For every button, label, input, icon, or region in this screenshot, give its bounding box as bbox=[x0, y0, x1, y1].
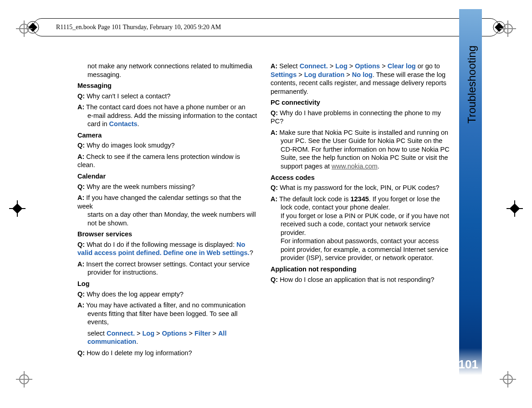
sep: > bbox=[154, 330, 162, 337]
period: . bbox=[138, 120, 139, 128]
q-text: What is my password for the lock, PIN, o… bbox=[278, 184, 440, 191]
header-rule: R1115_en.book Page 101 Thursday, Februar… bbox=[33, 18, 499, 36]
heading-camera: Camera bbox=[77, 131, 258, 140]
q-label: Q: bbox=[77, 183, 85, 190]
q-label: Q: bbox=[77, 291, 85, 298]
crop-mark-icon bbox=[16, 20, 32, 37]
ui-term: No log bbox=[352, 71, 373, 78]
question: Q: What do I do if the following message… bbox=[77, 240, 258, 257]
a-label: A: bbox=[77, 260, 84, 268]
answer: A: Make sure that Nokia PC Suite is inst… bbox=[271, 128, 451, 171]
ui-term: Connect. bbox=[300, 62, 328, 70]
q-label: Q: bbox=[271, 276, 278, 283]
heading-calendar: Calendar bbox=[77, 172, 258, 181]
q-text: How do I close an application that is no… bbox=[278, 276, 434, 283]
sep: > bbox=[344, 71, 352, 78]
ui-term: Options bbox=[355, 62, 380, 70]
q-label: Q: bbox=[77, 92, 85, 100]
sep: > bbox=[297, 71, 304, 78]
q-text: ? bbox=[250, 249, 253, 256]
a-label: A: bbox=[77, 301, 84, 309]
a-text: Check to see if the camera lens protecti… bbox=[77, 153, 240, 169]
question: Q: Why do images look smudgy? bbox=[77, 141, 258, 150]
a-text: For information about passwords, contact… bbox=[281, 237, 448, 261]
question: Q: How do I close an application that is… bbox=[271, 275, 451, 284]
crop-mark-icon bbox=[16, 371, 32, 388]
period: . bbox=[378, 163, 379, 170]
a-text: Make sure that Nokia PC Suite is install… bbox=[277, 129, 448, 136]
a-text: select bbox=[87, 330, 107, 337]
q-label: Q: bbox=[77, 349, 85, 357]
question: Q: Why do I have problems in connecting … bbox=[271, 109, 451, 126]
question: Q: Why are the week numbers missing? bbox=[77, 183, 258, 191]
a-text: Insert the correct browser settings. Con… bbox=[84, 260, 250, 268]
answer: A: The default lock code is 12345. If yo… bbox=[271, 195, 451, 262]
a-text: starts on a day other than Monday, the w… bbox=[77, 210, 258, 227]
a-text: . If you forget or lose the bbox=[369, 195, 440, 203]
ui-term: Options bbox=[162, 330, 187, 337]
q-text: Why do images look smudgy? bbox=[85, 142, 174, 149]
ui-term: Log bbox=[335, 62, 348, 70]
a-text: provider for instructions. bbox=[77, 268, 258, 277]
a-label: A: bbox=[271, 62, 277, 70]
a-label: A: bbox=[271, 195, 277, 203]
code-value: 12345 bbox=[350, 195, 368, 203]
answer-continuation: select Connect. > Log > Options > Filter… bbox=[77, 329, 258, 346]
question: Q: Why can't I select a contact? bbox=[77, 92, 258, 101]
ui-term: Contacts bbox=[109, 120, 138, 128]
heading-messaging: Messaging bbox=[77, 82, 258, 90]
answer: A: Select Connect. > Log > Options > Cle… bbox=[271, 62, 451, 96]
heading-browser: Browser services bbox=[77, 230, 258, 239]
page-number: 101 bbox=[459, 357, 478, 372]
a-label: A: bbox=[271, 129, 277, 136]
a-text: The contact card does not have a phone n… bbox=[84, 103, 246, 111]
q-label: Q: bbox=[271, 184, 278, 191]
heading-pc: PC connectivity bbox=[271, 98, 451, 107]
a-text: You may have activated a filter, and no … bbox=[84, 301, 246, 309]
a-label: A: bbox=[77, 153, 84, 160]
heading-access: Access codes bbox=[271, 173, 451, 182]
a-text: If you forget or lose a PIN or PUK code,… bbox=[281, 212, 449, 236]
q-label: Q: bbox=[271, 109, 278, 117]
a-label: A: bbox=[77, 194, 84, 201]
a-text: Select bbox=[277, 62, 299, 70]
crop-mark-icon bbox=[506, 200, 523, 217]
sep: > bbox=[187, 330, 194, 337]
question: Q: Why does the log appear empty? bbox=[77, 290, 258, 299]
a-label: A: bbox=[77, 103, 84, 111]
ui-term: Log duration bbox=[304, 71, 345, 78]
heading-log: Log bbox=[77, 280, 258, 288]
sep: > bbox=[328, 62, 336, 70]
a-text: events fitting that filter have been log… bbox=[77, 310, 258, 326]
ui-term: Filter bbox=[194, 330, 210, 337]
continuation-text: not make any network connections related… bbox=[77, 62, 258, 79]
answer: A: Check to see if the camera lens prote… bbox=[77, 153, 258, 169]
section-label: Troubleshooting bbox=[466, 46, 478, 123]
period: . bbox=[136, 338, 138, 345]
book-meta-text: R1115_en.book Page 101 Thursday, Februar… bbox=[56, 24, 221, 31]
crop-mark-icon bbox=[500, 371, 516, 388]
page-header: R1115_en.book Page 101 Thursday, Februar… bbox=[27, 18, 505, 36]
heading-app: Application not responding bbox=[271, 265, 451, 274]
q-text: Why are the week numbers missing? bbox=[85, 183, 195, 190]
question: Q: How do I delete my log information? bbox=[77, 349, 258, 357]
question: Q: What is my password for the lock, PIN… bbox=[271, 184, 451, 192]
answer: A: You may have activated a filter, and … bbox=[77, 301, 258, 326]
sep: > bbox=[210, 330, 218, 337]
q-text: Why do I have problems in connecting the… bbox=[271, 109, 441, 125]
sep: > bbox=[380, 62, 388, 70]
q-text: How do I delete my log information? bbox=[85, 349, 192, 357]
a-text: lock code, contact your phone dealer. bbox=[281, 204, 390, 211]
answer: A: The contact card does not have a phon… bbox=[77, 103, 258, 128]
url-link[interactable]: www.nokia.com bbox=[332, 163, 378, 170]
q-text: What do I do if the following message is… bbox=[85, 241, 236, 248]
sep: > bbox=[348, 62, 355, 70]
a-text: or go to bbox=[416, 62, 440, 70]
body-text: not make any network connections related… bbox=[77, 62, 451, 358]
ui-term: Log bbox=[142, 330, 154, 337]
crop-mark-icon bbox=[500, 20, 516, 37]
q-text: Why can't I select a contact? bbox=[85, 92, 170, 100]
q-text: Why does the log appear empty? bbox=[85, 291, 184, 298]
ui-term: Settings bbox=[271, 71, 297, 78]
q-label: Q: bbox=[77, 142, 85, 149]
